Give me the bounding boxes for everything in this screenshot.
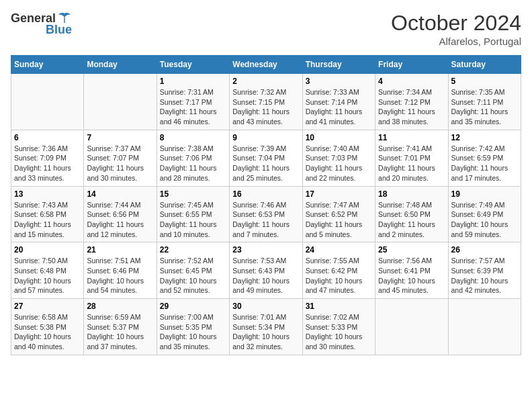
page-header: General Blue October 2024 Alfarelos, Por… [11, 11, 521, 47]
column-header-monday: Monday [84, 56, 157, 74]
calendar-cell: 25Sunrise: 7:56 AM Sunset: 6:41 PM Dayli… [375, 242, 448, 299]
day-number: 21 [87, 245, 153, 255]
calendar-cell: 8Sunrise: 7:38 AM Sunset: 7:06 PM Daylig… [157, 130, 229, 186]
day-number: 27 [14, 302, 81, 311]
calendar-cell: 5Sunrise: 7:35 AM Sunset: 7:11 PM Daylig… [448, 74, 521, 130]
day-number: 3 [306, 77, 372, 86]
calendar-cell [84, 74, 157, 130]
day-number: 17 [306, 189, 372, 199]
column-header-tuesday: Tuesday [157, 56, 229, 74]
day-number: 2 [232, 77, 299, 86]
calendar-cell: 18Sunrise: 7:48 AM Sunset: 6:50 PM Dayli… [375, 186, 448, 242]
day-info: Sunrise: 7:31 AM Sunset: 7:17 PM Dayligh… [160, 87, 226, 127]
day-number: 30 [232, 302, 299, 311]
day-info: Sunrise: 7:45 AM Sunset: 6:55 PM Dayligh… [160, 200, 226, 240]
calendar-week-row: 13Sunrise: 7:43 AM Sunset: 6:58 PM Dayli… [11, 186, 521, 242]
day-number: 20 [14, 245, 81, 255]
logo: General Blue [11, 11, 72, 37]
calendar-cell: 9Sunrise: 7:39 AM Sunset: 7:04 PM Daylig… [230, 130, 302, 186]
day-info: Sunrise: 7:02 AM Sunset: 5:33 PM Dayligh… [306, 312, 372, 352]
calendar-cell: 7Sunrise: 7:37 AM Sunset: 7:07 PM Daylig… [84, 130, 157, 186]
day-info: Sunrise: 7:49 AM Sunset: 6:49 PM Dayligh… [451, 200, 518, 240]
calendar-header-row: SundayMondayTuesdayWednesdayThursdayFrid… [11, 56, 521, 74]
calendar-cell: 28Sunrise: 6:59 AM Sunset: 5:37 PM Dayli… [84, 299, 157, 355]
calendar-cell: 14Sunrise: 7:44 AM Sunset: 6:56 PM Dayli… [84, 186, 157, 242]
calendar-cell: 4Sunrise: 7:34 AM Sunset: 7:12 PM Daylig… [375, 74, 448, 130]
calendar-cell: 6Sunrise: 7:36 AM Sunset: 7:09 PM Daylig… [11, 130, 84, 186]
day-number: 14 [87, 189, 153, 199]
day-info: Sunrise: 7:56 AM Sunset: 6:41 PM Dayligh… [378, 256, 445, 295]
day-number: 12 [451, 133, 518, 142]
calendar-cell: 15Sunrise: 7:45 AM Sunset: 6:55 PM Dayli… [157, 186, 229, 242]
month-title: October 2024 [391, 11, 521, 36]
calendar-cell: 2Sunrise: 7:32 AM Sunset: 7:15 PM Daylig… [230, 74, 302, 130]
day-number: 25 [378, 245, 445, 255]
day-info: Sunrise: 7:50 AM Sunset: 6:48 PM Dayligh… [14, 256, 81, 295]
day-info: Sunrise: 7:00 AM Sunset: 5:35 PM Dayligh… [160, 312, 226, 352]
day-info: Sunrise: 7:36 AM Sunset: 7:09 PM Dayligh… [14, 144, 81, 183]
day-info: Sunrise: 7:41 AM Sunset: 7:01 PM Dayligh… [378, 144, 445, 183]
day-info: Sunrise: 7:43 AM Sunset: 6:58 PM Dayligh… [14, 200, 81, 240]
day-info: Sunrise: 7:46 AM Sunset: 6:53 PM Dayligh… [232, 200, 299, 240]
day-number: 8 [160, 133, 226, 142]
calendar-cell [11, 74, 84, 130]
day-number: 28 [87, 302, 153, 311]
column-header-saturday: Saturday [448, 56, 521, 74]
day-info: Sunrise: 7:37 AM Sunset: 7:07 PM Dayligh… [87, 144, 153, 183]
day-info: Sunrise: 7:01 AM Sunset: 5:34 PM Dayligh… [232, 312, 299, 352]
day-number: 16 [232, 189, 299, 199]
calendar-cell: 1Sunrise: 7:31 AM Sunset: 7:17 PM Daylig… [157, 74, 229, 130]
day-info: Sunrise: 7:35 AM Sunset: 7:11 PM Dayligh… [451, 87, 518, 127]
day-number: 1 [160, 77, 226, 86]
day-info: Sunrise: 7:32 AM Sunset: 7:15 PM Dayligh… [232, 87, 299, 127]
calendar-cell: 12Sunrise: 7:42 AM Sunset: 6:59 PM Dayli… [448, 130, 521, 186]
calendar-table: SundayMondayTuesdayWednesdayThursdayFrid… [11, 55, 521, 355]
calendar-cell: 19Sunrise: 7:49 AM Sunset: 6:49 PM Dayli… [448, 186, 521, 242]
column-header-friday: Friday [375, 56, 448, 74]
day-number: 31 [306, 302, 372, 311]
calendar-cell: 10Sunrise: 7:40 AM Sunset: 7:03 PM Dayli… [302, 130, 375, 186]
day-info: Sunrise: 7:33 AM Sunset: 7:14 PM Dayligh… [306, 87, 372, 127]
day-info: Sunrise: 7:42 AM Sunset: 6:59 PM Dayligh… [451, 144, 518, 183]
calendar-cell: 17Sunrise: 7:47 AM Sunset: 6:52 PM Dayli… [302, 186, 375, 242]
calendar-cell: 16Sunrise: 7:46 AM Sunset: 6:53 PM Dayli… [230, 186, 302, 242]
day-number: 29 [160, 302, 226, 311]
calendar-week-row: 27Sunrise: 6:58 AM Sunset: 5:38 PM Dayli… [11, 299, 521, 355]
calendar-week-row: 20Sunrise: 7:50 AM Sunset: 6:48 PM Dayli… [11, 242, 521, 299]
day-info: Sunrise: 7:47 AM Sunset: 6:52 PM Dayligh… [306, 200, 372, 240]
calendar-cell: 22Sunrise: 7:52 AM Sunset: 6:45 PM Dayli… [157, 242, 229, 299]
day-info: Sunrise: 7:48 AM Sunset: 6:50 PM Dayligh… [378, 200, 445, 240]
calendar-cell: 31Sunrise: 7:02 AM Sunset: 5:33 PM Dayli… [302, 299, 375, 355]
day-info: Sunrise: 6:58 AM Sunset: 5:38 PM Dayligh… [14, 312, 81, 352]
calendar-cell: 29Sunrise: 7:00 AM Sunset: 5:35 PM Dayli… [157, 299, 229, 355]
column-header-thursday: Thursday [302, 56, 375, 74]
day-number: 5 [451, 77, 518, 86]
location-title: Alfarelos, Portugal [391, 36, 521, 47]
day-info: Sunrise: 7:53 AM Sunset: 6:43 PM Dayligh… [232, 256, 299, 295]
calendar-cell: 20Sunrise: 7:50 AM Sunset: 6:48 PM Dayli… [11, 242, 84, 299]
day-info: Sunrise: 7:51 AM Sunset: 6:46 PM Dayligh… [87, 256, 153, 295]
calendar-cell: 27Sunrise: 6:58 AM Sunset: 5:38 PM Dayli… [11, 299, 84, 355]
day-number: 6 [14, 133, 81, 142]
day-number: 24 [306, 245, 372, 255]
day-info: Sunrise: 6:59 AM Sunset: 5:37 PM Dayligh… [87, 312, 153, 352]
day-info: Sunrise: 7:39 AM Sunset: 7:04 PM Dayligh… [232, 144, 299, 183]
calendar-cell: 13Sunrise: 7:43 AM Sunset: 6:58 PM Dayli… [11, 186, 84, 242]
day-info: Sunrise: 7:55 AM Sunset: 6:42 PM Dayligh… [306, 256, 372, 295]
calendar-week-row: 6Sunrise: 7:36 AM Sunset: 7:09 PM Daylig… [11, 130, 521, 186]
day-number: 23 [232, 245, 299, 255]
day-number: 9 [232, 133, 299, 142]
calendar-cell: 30Sunrise: 7:01 AM Sunset: 5:34 PM Dayli… [230, 299, 302, 355]
day-number: 4 [378, 77, 445, 86]
calendar-cell: 3Sunrise: 7:33 AM Sunset: 7:14 PM Daylig… [302, 74, 375, 130]
day-number: 26 [451, 245, 518, 255]
day-info: Sunrise: 7:38 AM Sunset: 7:06 PM Dayligh… [160, 144, 226, 183]
day-number: 10 [306, 133, 372, 142]
calendar-week-row: 1Sunrise: 7:31 AM Sunset: 7:17 PM Daylig… [11, 74, 521, 130]
calendar-cell: 21Sunrise: 7:51 AM Sunset: 6:46 PM Dayli… [84, 242, 157, 299]
day-info: Sunrise: 7:44 AM Sunset: 6:56 PM Dayligh… [87, 200, 153, 240]
column-header-sunday: Sunday [11, 56, 84, 74]
calendar-cell [375, 299, 448, 355]
day-number: 18 [378, 189, 445, 199]
day-number: 22 [160, 245, 226, 255]
